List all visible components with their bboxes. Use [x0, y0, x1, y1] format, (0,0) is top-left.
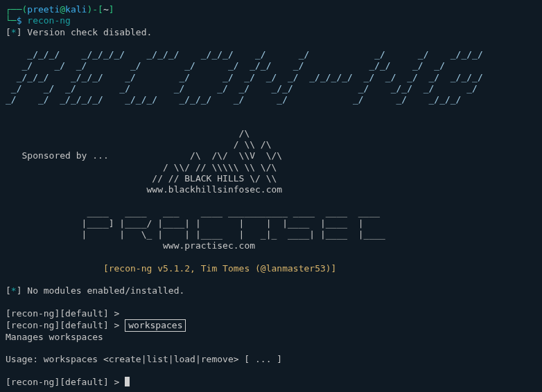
practisec-ascii: |____] |____/ |____| | | | |____ |____ |: [6, 218, 391, 229]
no-modules-line: [*] No modules enabled/installed.: [6, 285, 184, 296]
sponsor-line: / \\ /\: [6, 139, 272, 150]
help-text: Manages workspaces: [6, 332, 103, 342]
ascii-banner: _/ _/ _/ _/ _/ _/ _/_/ _/ _/_/ _/ _/: [6, 60, 478, 71]
recon-prompt: [recon-ng][default] >: [6, 320, 125, 330]
sponsor-line: /\: [6, 128, 250, 139]
prompt-line2: └─$: [6, 15, 27, 26]
version-info: [recon-ng v5.1.2, Tim Tomes (@lanmaster5…: [6, 263, 336, 274]
version-check-line: [*] Version check disabled.: [6, 27, 152, 37]
blackhills-url: www.blackhillsinfosec.com: [6, 184, 282, 195]
terminal-output[interactable]: ┌──(preeti@kali)-[~] └─$ recon-ng [*] Ve…: [0, 0, 542, 392]
recon-prompt-current[interactable]: [recon-ng][default] >: [6, 377, 125, 387]
typed-command: recon-ng: [27, 15, 71, 26]
sponsor-line: Sponsored by ... /\ /\/ \\V \/\: [6, 150, 282, 161]
practisec-url: www.practisec.com: [6, 240, 255, 251]
ascii-banner: _/_/_/ _/_/_/_/ _/_/_/ _/_/_/ _/ _/ _/ _…: [6, 49, 483, 60]
ascii-banner: _/ _/ _/_/_/_/ _/_/_/ _/_/_/ _/ _/ _/ _/…: [6, 94, 478, 105]
highlighted-command: workspaces: [125, 319, 186, 332]
recon-prompt: [recon-ng][default] >: [6, 308, 125, 319]
usage-text: Usage: workspaces <create|list|load|remo…: [6, 354, 282, 364]
sponsor-line: // // BLACK HILLS \/ \\: [6, 173, 277, 184]
practisec-ascii: | | \_ | | |____ | _|_ ____| |____ |____: [6, 229, 391, 240]
ascii-banner: _/ _/ _/ _/ _/ _/ _/ _/_/ _/ _/_/ _/ _/: [6, 83, 478, 93]
sponsor-line: / \\/ // \\\\\ \\ \/\: [6, 162, 277, 172]
ascii-banner: _/_/_/ _/_/_/ _/ _/ _/ _/ _/ _/ _/_/_/_/…: [6, 72, 483, 82]
practisec-ascii: ____ ____ ___ ____ ___________ ____ ____…: [6, 207, 391, 217]
cursor-block: [125, 377, 130, 386]
prompt-line1: ┌──(preeti@kali)-[~]: [6, 4, 114, 15]
